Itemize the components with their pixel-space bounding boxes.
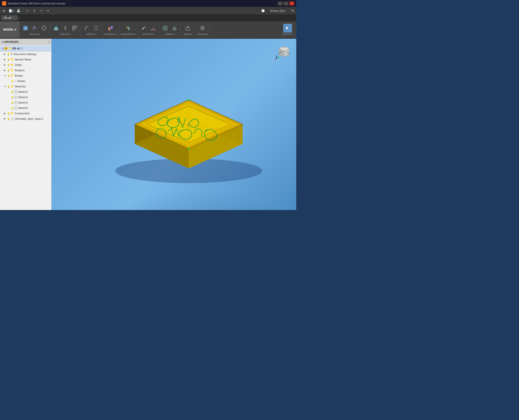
modify-label[interactable]: MODIFY ▾ bbox=[86, 33, 97, 35]
select-label[interactable]: SELECT ▾ bbox=[282, 33, 293, 35]
assemble-button[interactable] bbox=[106, 24, 115, 33]
combine-button[interactable]: Σ bbox=[61, 24, 70, 33]
browser-panel: ◀ BROWSER ≡ ▼ ● 📁 PB v8 ⊙ ▶ 💡 ⚙ Document… bbox=[0, 39, 51, 210]
visibility-analysis[interactable]: 💡 bbox=[7, 69, 10, 72]
tree-item-sketch2[interactable]: 💡 S Sketch2 bbox=[0, 94, 51, 100]
visibility-bodies[interactable]: 💡 bbox=[7, 74, 10, 77]
undo-dropdown[interactable]: ▾ bbox=[31, 8, 37, 14]
make-label[interactable]: MAKE ▾ bbox=[184, 33, 192, 35]
select-button[interactable] bbox=[283, 24, 292, 33]
doc-settings-label: Document Settings bbox=[14, 53, 51, 56]
inspect-label[interactable]: INSPECT ▾ bbox=[143, 33, 154, 35]
browser-options-button[interactable]: ≡ bbox=[48, 40, 50, 43]
folder-sketches-icon: 📁 bbox=[10, 85, 14, 88]
history-button[interactable]: 🕐 bbox=[260, 8, 266, 14]
root-label: PB v8 bbox=[12, 47, 20, 50]
make-icon bbox=[185, 25, 190, 31]
insert-label[interactable]: INSERT ▾ bbox=[165, 33, 175, 35]
browser-collapse-button[interactable]: ◀ bbox=[1, 40, 3, 43]
tree-item-analysis[interactable]: ▶ 💡 📁 Analysis bbox=[0, 68, 51, 73]
redo-dropdown[interactable]: ▾ bbox=[45, 8, 51, 14]
construct-group: CONSTRUCT ▾ bbox=[119, 22, 138, 38]
create-sketch-button[interactable]: S bbox=[21, 24, 30, 33]
clock-icon: 🕐 bbox=[261, 9, 265, 12]
svg-rect-28 bbox=[186, 27, 189, 30]
assemble-label[interactable]: ASSEMBLE ▾ bbox=[104, 33, 117, 35]
file-button[interactable]: 📄▾ bbox=[8, 8, 14, 14]
tab-pb-v8[interactable]: PB v8* ✕ bbox=[1, 15, 18, 21]
add-ins-label[interactable]: ADD-INS ▾ bbox=[197, 33, 208, 35]
modify-group: MODIFY ▾ bbox=[81, 22, 102, 38]
svg-text:S: S bbox=[25, 27, 26, 30]
user-button[interactable]: Amarsy Alya bbox=[268, 8, 287, 14]
tree-item-sketch3[interactable]: 💡 S Sketch3 bbox=[0, 100, 51, 105]
extrude-button[interactable] bbox=[52, 24, 61, 33]
minimize-button[interactable]: — bbox=[278, 1, 283, 5]
redo-button[interactable]: ↪ bbox=[38, 8, 44, 14]
tree-item-sketches[interactable]: ▼ 💡 📁 Sketches bbox=[0, 84, 51, 89]
view-cube[interactable]: TOP FRONT RIGHT Z bbox=[274, 41, 294, 61]
tree-item-sketch1[interactable]: 💡 S Sketch1 bbox=[0, 89, 51, 94]
restore-button[interactable]: □ bbox=[284, 1, 288, 5]
tab-label: PB v8* bbox=[4, 16, 12, 19]
visibility-origin[interactable]: 💡 bbox=[7, 64, 10, 66]
user-area: 🕐 Amarsy Alya ?▾ bbox=[260, 8, 295, 14]
tree-item-sketch4[interactable]: 💡 S Sketch4 bbox=[0, 105, 51, 111]
root-target-icon[interactable]: ⊙ bbox=[21, 47, 23, 50]
tree-item-bodies[interactable]: ▼ 💡 📁 Bodies bbox=[0, 73, 51, 78]
svg-point-3 bbox=[42, 26, 46, 30]
visibility-chocolate[interactable]: 💡 bbox=[7, 117, 10, 120]
construct-button[interactable] bbox=[124, 24, 133, 33]
add-ins-icon bbox=[200, 25, 205, 31]
browser-header: ◀ BROWSER ≡ bbox=[0, 39, 51, 45]
sketch-circle-button[interactable] bbox=[40, 24, 49, 33]
tree-item-named-views[interactable]: ▶ 💡 📁 Named Views bbox=[0, 57, 51, 62]
visibility-sketch2[interactable]: 💡 bbox=[11, 96, 14, 99]
visibility-sketches[interactable]: 💡 bbox=[7, 85, 10, 88]
visibility-sketch1[interactable]: 💡 bbox=[11, 91, 14, 93]
construct-label[interactable]: CONSTRUCT ▾ bbox=[121, 33, 136, 35]
tab-add-button[interactable]: + bbox=[19, 16, 21, 20]
browser-root-row[interactable]: ▼ ● 📁 PB v8 ⊙ bbox=[0, 46, 51, 51]
tab-close-button[interactable]: ✕ bbox=[13, 17, 15, 19]
visibility-doc-settings[interactable]: 💡 bbox=[7, 53, 10, 56]
undo-button[interactable]: ↩ bbox=[25, 8, 30, 14]
pattern-button[interactable] bbox=[70, 24, 79, 33]
decal-button[interactable] bbox=[170, 24, 179, 33]
visibility-body1[interactable]: 💡 bbox=[11, 80, 14, 82]
fillet-button[interactable] bbox=[82, 24, 91, 33]
help-button[interactable]: ?▾ bbox=[289, 8, 295, 14]
scale-button[interactable] bbox=[92, 24, 100, 33]
make-button[interactable] bbox=[183, 24, 192, 33]
insert-button[interactable] bbox=[161, 24, 170, 33]
visibility-construction[interactable]: 💡 bbox=[7, 112, 10, 115]
add-ins-button[interactable] bbox=[198, 24, 207, 33]
sketch1-label: Sketch1 bbox=[18, 90, 51, 93]
tree-item-body1[interactable]: 💡 ⬜ Body1 bbox=[0, 78, 51, 84]
tree-item-doc-settings[interactable]: ▶ 💡 ⚙ Document Settings bbox=[0, 51, 51, 57]
make-group: MAKE ▾ bbox=[181, 22, 195, 38]
visibility-sketch3[interactable]: 💡 bbox=[11, 101, 14, 104]
visibility-named-views[interactable]: 💡 bbox=[7, 58, 10, 61]
inspect-button[interactable] bbox=[139, 24, 148, 33]
apps-grid-button[interactable]: ⊞ bbox=[1, 8, 7, 14]
tree-item-construction[interactable]: ▶ 💡 📁 Construction bbox=[0, 111, 51, 116]
visibility-sketch4[interactable]: 💡 bbox=[11, 107, 14, 109]
view-cube-svg: TOP FRONT RIGHT Z bbox=[274, 41, 294, 61]
root-visibility-icon[interactable]: ● bbox=[4, 47, 8, 50]
sketch-tool-button[interactable] bbox=[30, 24, 39, 33]
folder-analysis-icon: 📁 bbox=[10, 69, 14, 72]
save-button[interactable]: 💾 bbox=[15, 8, 21, 14]
close-button[interactable]: ✕ bbox=[289, 1, 294, 5]
measure-button[interactable] bbox=[149, 24, 158, 33]
tree-item-chocolate[interactable]: ▶ 💡 ⬜ chocolate_layer_base:1 bbox=[0, 116, 51, 121]
arrow-origin: ▶ bbox=[4, 64, 7, 66]
create-label[interactable]: CREATE ▾ bbox=[60, 33, 71, 35]
model-label[interactable]: MODEL ▾ bbox=[3, 28, 16, 31]
tree-item-origin[interactable]: ▶ 💡 📁 Origin bbox=[0, 62, 51, 68]
arrow-construction: ▶ bbox=[4, 112, 7, 115]
viewport[interactable]: TOP FRONT RIGHT Z ⊕↕ ⊡ ✋ ⊕ ⊖ 🔍▾ ⊞▾ ⊟▾ ≡▾ bbox=[51, 39, 296, 210]
svg-rect-10 bbox=[85, 29, 86, 30]
insert-group: INSERT ▾ bbox=[159, 22, 181, 38]
sketch-label[interactable]: SKETCH ▾ bbox=[29, 33, 40, 35]
